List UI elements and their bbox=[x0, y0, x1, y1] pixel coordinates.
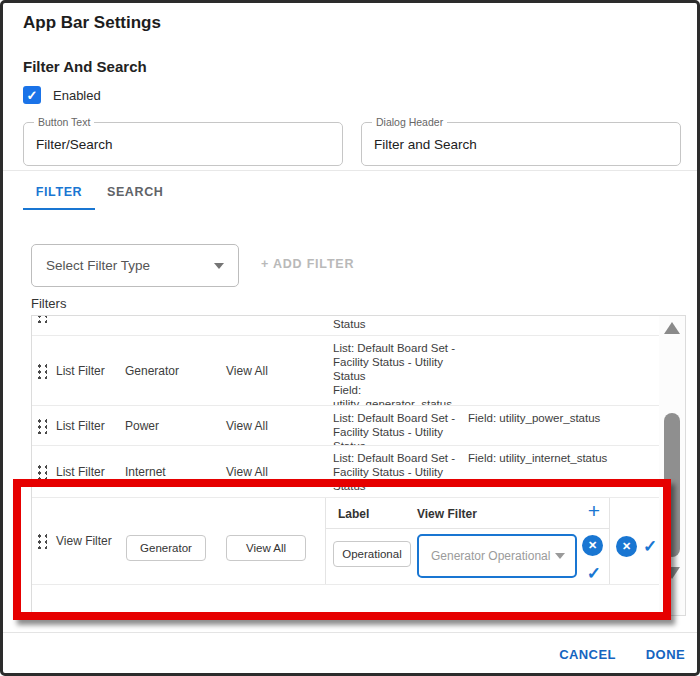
page-title: App Bar Settings bbox=[23, 13, 161, 33]
scroll-down-icon[interactable] bbox=[664, 567, 680, 579]
add-row-icon[interactable]: + bbox=[588, 499, 600, 523]
row-type: List Filter bbox=[56, 419, 125, 433]
subtable-header: Label View Filter + bbox=[326, 498, 609, 529]
table-row-partial: Status bbox=[32, 316, 659, 336]
done-button[interactable]: DONE bbox=[644, 643, 687, 666]
row-view: View All bbox=[226, 419, 333, 433]
dialog-header-label: Dialog Header bbox=[372, 116, 447, 128]
filter-type-select-value: Select Filter Type bbox=[46, 258, 214, 273]
edit-name-input[interactable] bbox=[127, 536, 205, 560]
table-row-internet: List Filter Internet View All List: Defa… bbox=[32, 446, 659, 498]
row-field: Field: utility_power_status bbox=[468, 406, 659, 445]
button-text-field-wrap: Button Text bbox=[23, 122, 343, 166]
view-filter-dropdown[interactable]: Generator Operational bbox=[417, 534, 577, 578]
section-title: Filter And Search bbox=[23, 58, 147, 75]
view-filter-dropdown-value: Generator Operational bbox=[431, 549, 555, 563]
scrollbar-thumb[interactable] bbox=[664, 413, 680, 557]
scroll-up-icon[interactable] bbox=[664, 322, 680, 334]
footer-actions: CANCEL DONE bbox=[557, 643, 687, 666]
row-details: List: Default Board Set - Facility Statu… bbox=[333, 406, 468, 445]
row-type: View Filter bbox=[56, 534, 125, 548]
edit-view-input[interactable] bbox=[227, 536, 305, 560]
dialog-header-input[interactable] bbox=[362, 123, 680, 165]
table-row-generator: List Filter Generator View All List: Def… bbox=[32, 336, 659, 406]
tab-filter[interactable]: FILTER bbox=[23, 175, 95, 210]
cancel-edit-icon[interactable]: ✕ bbox=[616, 536, 637, 557]
view-filter-subtable: Label View Filter + Generator Operationa… bbox=[325, 498, 610, 584]
enabled-label: Enabled bbox=[53, 88, 101, 103]
label-field-wrap bbox=[333, 541, 411, 567]
drag-handle-icon[interactable] bbox=[36, 418, 47, 434]
dialog-window: App Bar Settings Filter And Search ✓ Ena… bbox=[0, 0, 700, 676]
edit-name-field-wrap bbox=[126, 535, 206, 561]
tab-search[interactable]: SEARCH bbox=[95, 175, 175, 210]
subtable-col-view-filter: View Filter bbox=[417, 507, 477, 521]
row-name: Power bbox=[125, 419, 226, 433]
tab-bar: FILTER SEARCH bbox=[23, 175, 175, 210]
table-scrollbar bbox=[659, 316, 685, 615]
remove-subrow-icon[interactable]: ✕ bbox=[582, 535, 603, 556]
drag-handle-icon[interactable] bbox=[36, 363, 47, 379]
row-details: List: Default Board Set - Facility Statu… bbox=[333, 446, 468, 497]
table-row-empty bbox=[32, 585, 659, 614]
row-type: List Filter bbox=[56, 465, 125, 479]
table-row-view-filter-edit: View Filter Label View Filter + bbox=[32, 498, 659, 585]
button-text-input[interactable] bbox=[24, 123, 342, 165]
row-view: View All bbox=[226, 364, 333, 378]
dropdown-arrow-icon bbox=[555, 553, 565, 559]
confirm-edit-icon[interactable]: ✓ bbox=[643, 538, 657, 555]
row-name: Generator bbox=[125, 364, 226, 378]
dialog-header-field-wrap: Dialog Header bbox=[361, 122, 681, 166]
drag-handle-icon[interactable] bbox=[36, 533, 47, 549]
drag-handle-icon[interactable] bbox=[36, 316, 47, 323]
filters-heading: Filters bbox=[31, 296, 66, 311]
filters-table: Status List Filter Generator View All Li… bbox=[31, 315, 686, 616]
enabled-checkbox[interactable]: ✓ bbox=[23, 86, 41, 104]
filter-type-select[interactable]: Select Filter Type bbox=[31, 244, 239, 287]
row-details: Status bbox=[333, 316, 468, 335]
label-input[interactable] bbox=[334, 542, 410, 566]
add-filter-button[interactable]: + ADD FILTER bbox=[261, 257, 354, 271]
footer-divider bbox=[3, 632, 697, 633]
filters-rows: Status List Filter Generator View All Li… bbox=[32, 316, 659, 615]
row-details: List: Default Board Set - Facility Statu… bbox=[333, 336, 468, 405]
row-name: Internet bbox=[125, 465, 226, 479]
table-row-power: List Filter Power View All List: Default… bbox=[32, 406, 659, 446]
top-divider bbox=[3, 170, 697, 171]
drag-handle-icon[interactable] bbox=[36, 464, 47, 480]
edit-view-field-wrap bbox=[226, 535, 306, 561]
enabled-row: ✓ Enabled bbox=[23, 86, 101, 104]
row-view: View All bbox=[226, 465, 333, 479]
button-text-label: Button Text bbox=[34, 116, 94, 128]
subtable-col-label: Label bbox=[338, 507, 369, 521]
cancel-button[interactable]: CANCEL bbox=[557, 643, 618, 666]
row-type: List Filter bbox=[56, 364, 125, 378]
confirm-subrow-icon[interactable]: ✓ bbox=[587, 565, 601, 582]
subtable-body: Generator Operational ✕ ✓ bbox=[326, 529, 609, 584]
dropdown-arrow-icon bbox=[214, 263, 224, 269]
row-field: Field: utility_internet_status bbox=[468, 446, 659, 497]
